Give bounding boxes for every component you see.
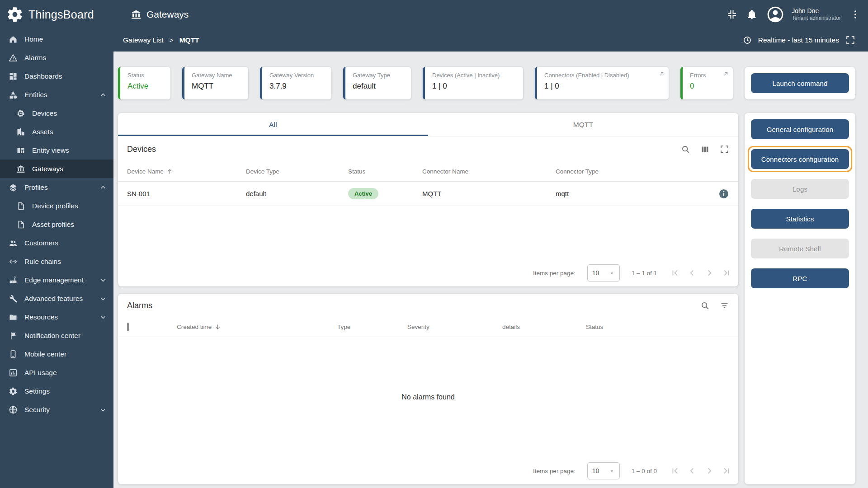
first-page-button[interactable] — [669, 465, 681, 477]
sidebar-item-advanced-features[interactable]: Advanced features — [0, 289, 113, 308]
sort-asc-icon — [166, 168, 173, 175]
rpc-button[interactable]: RPC — [751, 268, 849, 288]
notification-center-icon — [9, 331, 18, 340]
sidebar-item-asset-profiles[interactable]: Asset profiles — [0, 215, 113, 234]
columns-icon[interactable] — [700, 145, 710, 154]
avatar[interactable] — [766, 5, 784, 23]
page-head: Gateways — [113, 9, 189, 20]
select-all-checkbox[interactable] — [127, 323, 129, 331]
stat-card-gateway-name: Gateway Name MQTT — [182, 67, 248, 99]
column-details[interactable]: details — [502, 324, 586, 330]
gateway-stats-row: Status Active Gateway Name MQTT Gateway … — [118, 67, 738, 99]
notifications-bell-icon[interactable] — [746, 9, 757, 20]
fullscreen-icon[interactable] — [845, 35, 855, 45]
sidebar-item-devices[interactable]: Devices — [0, 104, 113, 122]
customers-icon — [9, 239, 18, 248]
asset-profiles-icon — [16, 220, 25, 229]
open-link-icon[interactable] — [658, 70, 665, 77]
rule-chains-icon — [9, 257, 18, 266]
gateways-page-icon — [131, 9, 142, 20]
breadcrumb-gateway-list[interactable]: Gateway List — [123, 36, 164, 44]
chevron-down-icon — [99, 276, 107, 284]
devices-items-per-page-select[interactable]: 10 — [587, 264, 620, 282]
sidebar-item-dashboards[interactable]: Dashboards — [0, 67, 113, 85]
previous-page-button[interactable] — [686, 267, 698, 279]
items-per-page-label: Items per page: — [533, 270, 576, 277]
edge-management-icon — [9, 276, 18, 285]
status-badge: Active — [348, 188, 378, 199]
last-page-button[interactable] — [720, 465, 733, 477]
stat-card-gateway-version: Gateway Version 3.7.9 — [260, 67, 331, 99]
search-icon[interactable] — [681, 145, 690, 154]
general-configuration-button[interactable]: General configuration — [751, 119, 849, 139]
statistics-button[interactable]: Statistics — [751, 209, 849, 229]
info-icon[interactable] — [718, 188, 729, 199]
launch-command-button[interactable]: Launch command — [751, 73, 849, 93]
column-connector-type[interactable]: Connector Type — [556, 168, 698, 175]
sidebar-item-gateways[interactable]: Gateways — [0, 160, 113, 178]
launch-command-card: Launch command — [745, 67, 855, 99]
column-connector-name[interactable]: Connector Name — [422, 168, 556, 175]
sidebar-item-notification-center[interactable]: Notification center — [0, 326, 113, 345]
column-device-type[interactable]: Device Type — [246, 168, 348, 175]
sidebar-item-resources[interactable]: Resources — [0, 308, 113, 326]
gateway-actions-card: General configuration Connectors configu… — [745, 113, 855, 484]
home-icon — [9, 35, 18, 44]
breadcrumb-bar: Gateway List > MQTT Realtime - last 15 m… — [113, 29, 868, 52]
app-header: ThingsBoard Gateways John Doe Tenant adm… — [0, 0, 868, 29]
sidebar-item-api-usage[interactable]: API usage — [0, 363, 113, 382]
table-row[interactable]: SN-001 default Active MQTT mqtt — [118, 182, 738, 206]
sidebar-item-entity-views[interactable]: Entity views — [0, 141, 113, 160]
first-page-button[interactable] — [669, 267, 681, 279]
remote-shell-button: Remote Shell — [751, 239, 849, 258]
assets-icon — [16, 127, 25, 136]
sort-desc-icon — [214, 324, 221, 330]
sidebar-item-security[interactable]: Security — [0, 400, 113, 419]
timewindow-label[interactable]: Realtime - last 15 minutes — [758, 36, 839, 44]
tab-all[interactable]: All — [118, 113, 428, 136]
next-page-button[interactable] — [703, 267, 716, 279]
sidebar-item-customers[interactable]: Customers — [0, 234, 113, 252]
sidebar-item-device-profiles[interactable]: Device profiles — [0, 197, 113, 215]
sidebar-item-home[interactable]: Home — [0, 30, 113, 48]
resources-icon — [9, 313, 18, 322]
sidebar-item-settings[interactable]: Settings — [0, 382, 113, 400]
profiles-icon — [9, 183, 18, 192]
sidebar-item-entities[interactable]: Entities — [0, 85, 113, 104]
window-collapse-icon[interactable] — [726, 9, 737, 20]
chevron-up-icon — [99, 91, 107, 99]
search-icon[interactable] — [700, 301, 710, 310]
chevron-down-icon — [99, 406, 107, 414]
sidebar-item-rule-chains[interactable]: Rule chains — [0, 252, 113, 271]
alarms-items-per-page-select[interactable]: 10 — [587, 462, 620, 479]
next-page-button[interactable] — [703, 465, 716, 477]
filter-icon[interactable] — [720, 301, 729, 310]
settings-gear-icon — [9, 387, 18, 396]
sidebar-item-mobile-center[interactable]: Mobile center — [0, 345, 113, 363]
last-page-button[interactable] — [720, 267, 733, 279]
kebab-menu-icon[interactable] — [850, 9, 861, 20]
column-status[interactable]: Status — [348, 168, 422, 175]
column-created-time[interactable]: Created time — [177, 324, 337, 330]
previous-page-button[interactable] — [686, 465, 698, 477]
tab-mqtt[interactable]: MQTT — [428, 113, 738, 136]
connectors-configuration-button[interactable]: Connectors configuration — [751, 149, 849, 169]
cell-connector-type: mqtt — [556, 190, 698, 197]
sidebar-item-alarms[interactable]: Alarms — [0, 48, 113, 67]
expand-widget-icon[interactable] — [720, 145, 729, 154]
items-per-page-label: Items per page: — [533, 468, 576, 474]
thingsboard-logo-icon — [6, 6, 24, 23]
caret-down-icon — [609, 270, 615, 276]
stat-card-connectors: Connectors (Enabled | Disabled) 1 | 0 — [535, 67, 669, 99]
sidebar-item-assets[interactable]: Assets — [0, 122, 113, 141]
caret-down-icon — [609, 468, 615, 474]
sidebar-item-edge-management[interactable]: Edge management — [0, 271, 113, 289]
column-device-name[interactable]: Device Name — [127, 168, 246, 175]
column-severity[interactable]: Severity — [407, 324, 502, 330]
column-status[interactable]: Status — [586, 324, 729, 330]
open-link-icon[interactable] — [722, 70, 729, 77]
items-per-page-value: 10 — [592, 269, 599, 277]
brand[interactable]: ThingsBoard — [0, 6, 113, 23]
sidebar-item-profiles[interactable]: Profiles — [0, 178, 113, 197]
column-type[interactable]: Type — [337, 324, 407, 330]
